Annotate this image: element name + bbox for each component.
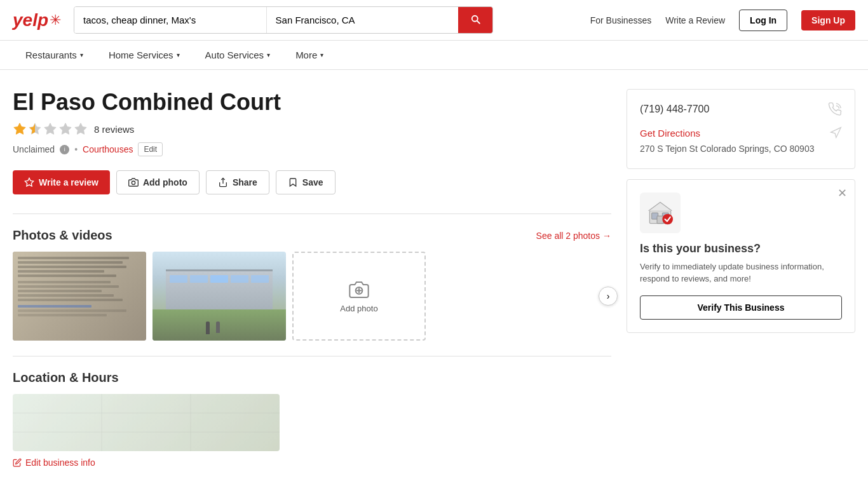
content-right: (719) 448-7700 Get Directions 270 S Tejo… (627, 89, 855, 468)
business-name: El Paso Combined Court (13, 89, 611, 116)
photos-section-header: Photos & videos See all 2 photos → (13, 228, 611, 243)
directions-icon (829, 126, 842, 139)
nav-label-home-services: Home Services (109, 50, 173, 60)
add-photo-button[interactable]: Add photo (116, 170, 200, 194)
nav-label-restaurants: Restaurants (25, 50, 77, 60)
reviews-count: 8 reviews (94, 124, 134, 135)
claim-card-close-button[interactable]: ✕ (837, 187, 847, 199)
ground (153, 309, 286, 341)
write-review-button[interactable]: Write a review (13, 170, 110, 194)
star-3-icon (43, 122, 57, 136)
photos-section: Photos & videos See all 2 photos → (13, 228, 611, 341)
svg-point-20 (662, 214, 673, 224)
star-2-icon (28, 122, 42, 136)
building-graphic (166, 269, 273, 309)
divider-1 (13, 214, 611, 214)
nav-label-auto-services: Auto Services (205, 50, 264, 60)
info-icon[interactable]: i (60, 145, 69, 154)
photos-grid: Add photo › (13, 252, 611, 341)
header: yelp ✳ For Businesses Write a Review Log… (0, 0, 868, 41)
unclaimed-label: Unclaimed (13, 144, 55, 154)
camera-icon (128, 177, 139, 187)
location-section-header: Location & Hours (13, 370, 611, 385)
svg-marker-1 (29, 123, 41, 134)
divider-2 (13, 356, 611, 356)
chevron-down-icon: ▾ (80, 51, 83, 58)
search-location-input[interactable] (267, 7, 459, 33)
svg-point-6 (132, 181, 135, 184)
storefront-icon (648, 200, 673, 226)
sign-up-button[interactable]: Sign Up (801, 10, 855, 30)
directions-row: Get Directions (640, 126, 842, 139)
photo-thumb-2[interactable] (153, 252, 286, 341)
content-left: El Paso Combined Court (13, 89, 611, 468)
action-buttons: Write a review Add photo Share Save (13, 170, 611, 194)
map-grid-lines (13, 394, 280, 451)
phone-number[interactable]: (719) 448-7700 (640, 104, 709, 115)
star-rating (13, 122, 88, 136)
photos-section-title: Photos & videos (13, 228, 112, 243)
star-5-icon (74, 122, 88, 136)
svg-marker-5 (25, 178, 33, 186)
photo-thumb-1[interactable] (13, 252, 146, 341)
arrow-right-icon: → (602, 231, 611, 241)
share-button[interactable]: Share (206, 170, 269, 194)
get-directions-link[interactable]: Get Directions (640, 128, 700, 139)
search-bar (74, 6, 493, 34)
search-button[interactable] (458, 7, 492, 33)
add-photo-placeholder[interactable]: Add photo (292, 252, 426, 341)
nav-bar: Restaurants ▾ Home Services ▾ Auto Servi… (0, 41, 868, 70)
chevron-down-icon-home: ▾ (177, 51, 180, 58)
claim-icon-wrap (640, 193, 681, 233)
star-1-icon (13, 122, 27, 136)
category-row: Unclaimed i • Courthouses Edit (13, 142, 611, 156)
svg-marker-2 (44, 123, 56, 134)
nav-label-more: More (295, 50, 317, 60)
main-container: El Paso Combined Court (0, 70, 868, 487)
edit-button[interactable]: Edit (138, 142, 163, 156)
nav-item-restaurants[interactable]: Restaurants ▾ (13, 41, 96, 69)
address-text: 270 S Tejon St Colorado Springs, CO 8090… (640, 143, 842, 156)
search-keyword-input[interactable] (74, 7, 267, 33)
location-section: Location & Hours Edit business info (13, 370, 611, 468)
category-link[interactable]: Courthouses (83, 144, 133, 154)
chevron-down-icon-more: ▾ (320, 51, 323, 58)
save-label: Save (302, 177, 323, 187)
yelp-logo[interactable]: yelp ✳ (13, 10, 61, 30)
claim-card-description: Verify to immediately update business in… (640, 261, 842, 285)
svg-marker-15 (831, 128, 841, 138)
svg-marker-0 (14, 123, 25, 134)
svg-marker-3 (60, 123, 71, 134)
verify-business-button[interactable]: Verify This Business (640, 295, 842, 320)
nav-item-more[interactable]: More ▾ (283, 41, 336, 69)
edit-business-info-row: Edit business info (13, 458, 611, 468)
dot-separator: • (74, 144, 78, 154)
see-all-label: See all 2 photos (536, 231, 600, 241)
photo-1-content (13, 252, 146, 341)
add-photo-placeholder-label: Add photo (340, 304, 377, 313)
chevron-right-icon: › (607, 291, 610, 301)
contact-card: (719) 448-7700 Get Directions 270 S Tejo… (627, 89, 855, 169)
for-businesses-link[interactable]: For Businesses (590, 15, 651, 25)
share-icon (218, 177, 228, 187)
header-links: For Businesses Write a Review Log In Sig… (590, 10, 855, 31)
star-4-icon (58, 122, 72, 136)
add-photo-icon (349, 280, 369, 300)
claim-card: ✕ Is this your business? Verify to immed… (627, 179, 855, 333)
log-in-button[interactable]: Log In (739, 10, 787, 31)
map-placeholder[interactable] (13, 394, 280, 451)
write-review-link[interactable]: Write a Review (665, 15, 725, 25)
phone-row: (719) 448-7700 (640, 102, 842, 116)
nav-item-auto-services[interactable]: Auto Services ▾ (193, 41, 283, 69)
add-photo-label: Add photo (143, 177, 187, 187)
see-all-photos-link[interactable]: See all 2 photos → (536, 231, 611, 241)
location-section-title: Location & Hours (13, 370, 119, 385)
yelp-logo-text: yelp (13, 10, 48, 30)
photos-next-button[interactable]: › (599, 287, 618, 306)
search-icon (470, 13, 481, 25)
nav-item-home-services[interactable]: Home Services ▾ (96, 41, 193, 69)
save-button[interactable]: Save (276, 170, 336, 194)
chevron-down-icon-auto: ▾ (267, 51, 270, 58)
phone-icon (828, 102, 842, 116)
edit-business-info-link[interactable]: Edit business info (25, 458, 95, 468)
